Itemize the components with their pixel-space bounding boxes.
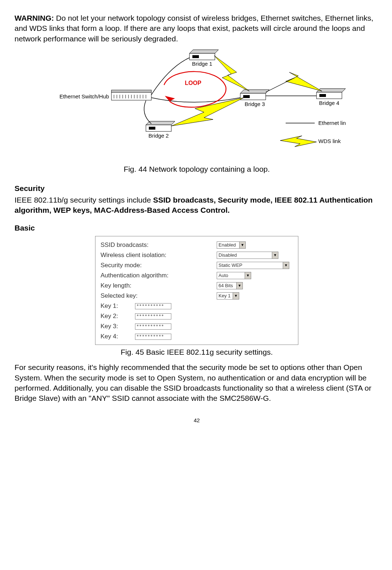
bridge-2-label: Bridge 2: [148, 133, 169, 139]
security-mode-select[interactable]: Static WEP ▼: [217, 262, 289, 269]
bridge-2-icon: Bridge 2: [146, 121, 175, 139]
svg-marker-17: [240, 90, 269, 93]
closing-paragraph: For security reasons, it's highly recomm…: [15, 362, 379, 403]
key4-input[interactable]: **********: [135, 334, 171, 340]
svg-rect-16: [192, 55, 199, 58]
fig44-caption: Fig. 44 Network topology containing a lo…: [15, 164, 379, 174]
chevron-down-icon: ▼: [283, 262, 289, 269]
basic-settings-form: SSID broadcasts: Enabled ▼ Wireless clie…: [95, 236, 298, 345]
security-mode-label: Security mode:: [101, 261, 217, 270]
loop-arrow-icon: LOOP: [164, 72, 226, 107]
chevron-down-icon: ▼: [233, 293, 239, 299]
basic-heading: Basic: [15, 223, 379, 233]
key1-input[interactable]: **********: [135, 303, 171, 309]
key2-input[interactable]: **********: [135, 313, 171, 319]
chevron-down-icon: ▼: [236, 282, 242, 289]
svg-marker-32: [280, 136, 317, 147]
bridge-1-icon: Bridge 1: [189, 50, 219, 67]
ethernet-switch-hub-label: Ethernet Switch/Hub: [60, 93, 109, 99]
svg-rect-1: [111, 90, 151, 92]
security-intro: IEEE 802.11b/g security settings include…: [15, 195, 379, 216]
network-topology-diagram: Ethernet Switch/Hub Bridge 1 Bridge 3 Br…: [48, 47, 346, 162]
auth-algorithm-label: Authentication algorithm:: [101, 272, 217, 280]
bridge-3-label: Bridge 3: [245, 101, 265, 107]
page-number: 42: [15, 417, 379, 424]
bridge-4-icon: Bridge 4: [317, 89, 346, 106]
warning-paragraph: WARNING: Do not let your network topolog…: [15, 13, 379, 44]
selected-key-label: Selected key:: [101, 292, 217, 300]
chevron-down-icon: ▼: [272, 252, 278, 258]
warning-text: Do not let your network topology consist…: [15, 14, 373, 43]
key-length-select[interactable]: 64 Bits ▼: [217, 282, 243, 289]
ssid-broadcasts-label: SSID broadcasts:: [101, 241, 159, 249]
key2-label: Key 2:: [101, 312, 135, 321]
selected-key-select[interactable]: Key 1 ▼: [217, 292, 239, 300]
svg-marker-29: [266, 72, 322, 92]
key4-label: Key 4:: [101, 333, 135, 341]
key-length-label: Key length:: [101, 282, 217, 290]
bridge-4-label: Bridge 4: [319, 100, 339, 106]
fig45-caption: Fig. 45 Basic IEEE 802.11g security sett…: [15, 347, 379, 357]
security-heading: Security: [15, 183, 379, 194]
legend-wds-link: WDS link: [318, 138, 341, 144]
svg-rect-25: [149, 127, 155, 130]
security-intro-a: IEEE 802.11b/g security settings include: [15, 196, 153, 204]
chevron-down-icon: ▼: [245, 272, 251, 279]
svg-marker-14: [189, 50, 219, 53]
key3-label: Key 3:: [101, 322, 135, 331]
auth-algorithm-select[interactable]: Auto ▼: [217, 272, 251, 279]
bridge-1-label: Bridge 1: [192, 61, 212, 67]
svg-rect-19: [243, 95, 250, 98]
ssid-broadcasts-select[interactable]: Enabled ▼: [217, 241, 246, 249]
wireless-isolation-label: Wireless client isolation:: [101, 251, 217, 260]
wireless-isolation-select[interactable]: Disabled ▼: [217, 252, 278, 259]
chevron-down-icon: ▼: [239, 242, 245, 248]
key3-input[interactable]: **********: [135, 323, 171, 330]
legend-ethernet-link: Ethernet link: [318, 120, 346, 126]
bridge-3-icon: Bridge 3: [240, 90, 269, 107]
svg-rect-22: [319, 94, 326, 97]
svg-marker-27: [214, 56, 249, 91]
key1-label: Key 1:: [101, 302, 135, 310]
loop-label: LOOP: [185, 80, 201, 86]
warning-label: WARNING:: [15, 14, 54, 22]
